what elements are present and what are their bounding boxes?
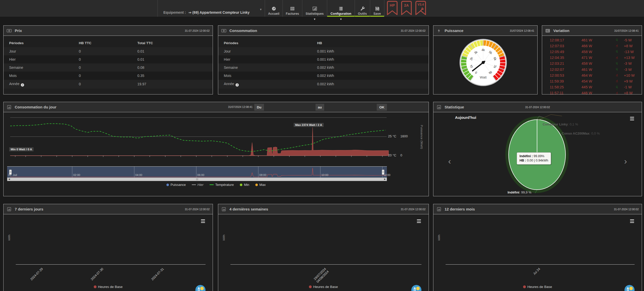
chart-menu-icon[interactable]: [630, 219, 634, 223]
nav-item-configuration[interactable]: Configuration▼: [327, 0, 355, 17]
status-badges: HP2AV3.4: [387, 0, 426, 17]
temp-tick-20: 20 °C: [384, 153, 396, 157]
scroll-left-arrow[interactable]: ◀: [7, 178, 11, 181]
panel-timestamp: 31-07-2024 12:00:02: [525, 106, 550, 109]
variation-delta: -1 W: [623, 85, 642, 89]
table-cell: 0.001 kWh: [317, 55, 429, 63]
nav-item-save[interactable]: Save: [370, 0, 384, 17]
x-tick-label: 2024-07-31: [151, 267, 165, 281]
scrollbar-grip[interactable]: [196, 178, 198, 180]
legend-item-heures-de-base[interactable]: Heures de Base: [94, 285, 123, 289]
date-to-button[interactable]: au: [316, 104, 324, 111]
money-icon: 0: [221, 28, 227, 33]
table-cell: Jour: [4, 47, 79, 55]
y-axis-label: kWh: [437, 235, 441, 240]
chart-menu-icon[interactable]: [201, 219, 205, 223]
navigator-tick-label: 10:00: [321, 173, 328, 176]
previous-chart-arrow[interactable]: ‹: [448, 157, 451, 165]
bar-chart-icon: [221, 207, 227, 212]
variation-row: 11:59:39454 W☝+9 WHP: [542, 78, 642, 84]
nav-item-outils[interactable]: Outils: [355, 0, 370, 17]
legend-marker: [94, 285, 97, 288]
table-cell: Hier: [4, 55, 79, 63]
variation-watts: 466 W: [582, 44, 616, 48]
panel-timestamp: 31/07/2024 12:08:41: [614, 29, 639, 32]
x-axis-line: [230, 264, 421, 265]
ok-button[interactable]: OK: [377, 104, 387, 111]
thumb-up-icon: ☝: [616, 79, 623, 83]
variation-time: 11:58:25: [550, 85, 582, 89]
panel-4-dernières-semaines: 4 dernières semaines31-07-2024 12:00:02k…: [218, 204, 429, 291]
table-row: Hier00.01: [4, 55, 213, 63]
equipment-selector[interactable]: Equipement : ⇒ (69) Appartement Compteur…: [158, 0, 265, 17]
data-table: PériodesHB TTCTotal TTCJour00.01Hier00.0…: [4, 39, 213, 89]
variation-time: 12:02:07: [550, 68, 582, 72]
panel-consommation: 0 Consommation 31-07-2024 12:00:02 Pério…: [218, 25, 429, 94]
config-icon: [338, 5, 343, 12]
dashboard: Equipement : ⇒ (69) Appartement Compteur…: [0, 0, 644, 291]
variation-row: 12:04:35471 W☝+13 WHP: [542, 55, 642, 61]
bar-chart-icon: [436, 105, 442, 109]
table-cell: Mois: [4, 72, 79, 80]
variation-row: 12:02:07461 W☟-3 WHP: [542, 67, 642, 72]
x-tick-label: 29/07/2024 04/08/2024: [313, 267, 330, 284]
bar-chart-icon: [7, 105, 12, 109]
thumb-down-icon: ☟: [616, 38, 623, 42]
info-icon[interactable]: i: [235, 83, 239, 87]
table-row: Annéei019.97: [4, 80, 213, 89]
panel-variation: Variation 31/07/2024 12:08:41 12:08:1746…: [542, 25, 642, 94]
nav-menu: AccueilFacturesStatistiques▼Configuratio…: [265, 0, 384, 17]
legend-item-puissance[interactable]: Puissance: [166, 183, 186, 187]
svg-text:0: 0: [223, 30, 224, 31]
lightning-icon: [436, 28, 442, 33]
gauge-icon: [271, 5, 276, 12]
legend-item-heures-de-base[interactable]: Heures de Base: [309, 285, 338, 289]
list-icon: [545, 28, 551, 33]
power-axis-title: Puissance (Watt): [420, 125, 423, 149]
nav-item-factures[interactable]: Factures: [283, 0, 302, 17]
chevron-down-icon: ▼: [340, 18, 342, 21]
legend-item-température[interactable]: Température: [210, 183, 234, 187]
temp-tick-25: 25 °C: [384, 134, 396, 138]
nav-item-label: Configuration: [331, 12, 351, 15]
table-row: Mois0.002 kWh: [218, 72, 429, 80]
variation-delta: +8 W: [623, 44, 642, 48]
table-cell: 0: [79, 72, 137, 80]
table-cell: 19.97: [137, 80, 213, 89]
table-cell: Mois: [218, 72, 317, 80]
navigator-left-handle[interactable]: [9, 170, 12, 175]
legend-item-hier[interactable]: Hier: [192, 183, 203, 187]
nav-item-accueil[interactable]: Accueil: [265, 0, 283, 17]
table-cell: Annéei: [4, 80, 79, 89]
variation-row: 12:03:21458 W☟-3 WHP: [542, 61, 642, 67]
date-to-input[interactable]: [326, 104, 376, 111]
panel-header: 7 derniers jours31-07-2024 12:00:02: [4, 204, 213, 214]
legend-item-min[interactable]: Min: [240, 183, 249, 187]
scroll-right-arrow[interactable]: ▶: [383, 178, 387, 181]
panel-title: Statistique: [445, 105, 464, 109]
panel-puissance: Puissance 31/07/2024 12:08:41 01k2k3k4k5…: [433, 25, 538, 94]
legend-label: Heures de Base: [98, 285, 123, 289]
legend-item-heures-de-base[interactable]: Heures de Base: [523, 285, 552, 289]
variation-delta: +10 W: [623, 73, 642, 77]
date-from-button[interactable]: Du: [254, 104, 264, 111]
legend-item-max[interactable]: Max: [255, 183, 266, 187]
table-cell: Jour: [218, 47, 317, 55]
nav-item-label: Save: [373, 12, 381, 15]
chart-scrollbar[interactable]: ◀ ▶: [7, 177, 387, 181]
equipment-value: ⇒ (69) Appartement Compteur Linky: [189, 10, 250, 14]
panel-timestamp: 31-07-2024 12:00:02: [401, 208, 426, 211]
chart-navigator[interactable]: 31. Juil02:0004:0006:0008:0010:0012:00: [7, 166, 387, 177]
consommation-table: PériodesHBJour0.001 kWhHier0.001 kWhSema…: [218, 39, 429, 89]
column-header: HB: [317, 39, 429, 47]
date-from-input[interactable]: [266, 104, 315, 111]
panel-conso-jour-header: Consommation du jour 31/07/2024 12:08:41…: [4, 102, 429, 112]
navigator-right-handle[interactable]: [382, 170, 384, 175]
info-icon[interactable]: i: [21, 83, 24, 87]
next-chart-arrow[interactable]: ›: [624, 157, 627, 165]
nav-item-statistiques[interactable]: Statistiques▼: [302, 0, 327, 17]
variation-row: 12:07:03466 W☝+8 WHP: [542, 43, 642, 49]
variation-watts: 446 W: [582, 91, 616, 94]
chart-menu-icon[interactable]: [417, 219, 421, 223]
variation-delta: +13 W: [623, 56, 642, 60]
